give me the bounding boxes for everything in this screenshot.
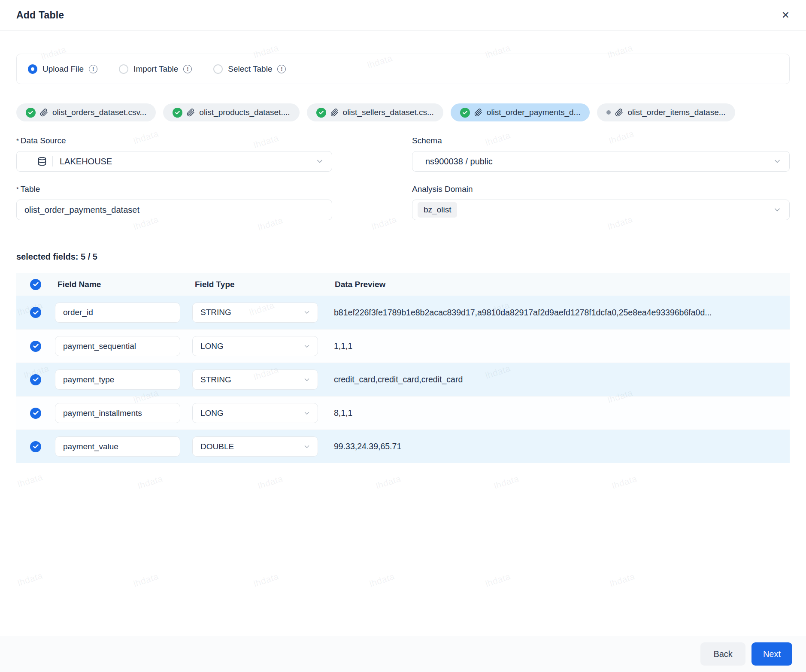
paperclip-icon bbox=[615, 109, 623, 117]
check-icon bbox=[33, 309, 39, 316]
check-icon bbox=[33, 443, 39, 450]
success-check-icon bbox=[173, 108, 182, 118]
field-type-select[interactable]: LONG bbox=[192, 403, 318, 423]
field-name-input[interactable] bbox=[55, 336, 180, 356]
back-button[interactable]: Back bbox=[700, 642, 745, 666]
data-source-field: * Data Source LAKEHOUSE bbox=[16, 136, 332, 172]
watermark: lhdata bbox=[375, 473, 403, 491]
close-icon[interactable]: ✕ bbox=[782, 10, 790, 20]
info-icon[interactable]: ! bbox=[183, 65, 192, 73]
file-chip-products[interactable]: olist_products_dataset.... bbox=[163, 103, 299, 121]
field-name-input[interactable] bbox=[55, 436, 180, 457]
row-checkbox[interactable] bbox=[30, 341, 41, 352]
chevron-down-icon bbox=[303, 342, 311, 350]
radio-select-table[interactable]: Select Table ! bbox=[213, 64, 286, 74]
watermark: lhdata bbox=[257, 473, 285, 491]
file-chip-label: olist_order_items_datase... bbox=[627, 108, 725, 117]
watermark: lhdata bbox=[484, 571, 512, 589]
dialog-title: Add Table bbox=[16, 9, 64, 21]
row-checkbox[interactable] bbox=[30, 374, 41, 385]
field-type-value: LONG bbox=[200, 409, 224, 418]
data-preview-text: 99.33,24.39,65.71 bbox=[332, 442, 790, 451]
selected-fields-summary: selected fields: 5 / 5 bbox=[16, 252, 790, 262]
watermark: lhdata bbox=[611, 473, 639, 491]
watermark: lhdata bbox=[16, 570, 44, 588]
check-icon bbox=[33, 376, 39, 383]
row-checkbox[interactable] bbox=[30, 307, 41, 318]
column-header-field-name: Field Name bbox=[55, 280, 192, 289]
required-asterisk: * bbox=[16, 185, 19, 193]
select-all-checkbox[interactable] bbox=[30, 279, 41, 290]
chevron-down-icon bbox=[315, 157, 324, 166]
file-chip-orders[interactable]: olist_orders_dataset.csv... bbox=[16, 103, 156, 121]
row-checkbox[interactable] bbox=[30, 408, 41, 419]
check-icon bbox=[33, 343, 39, 349]
chevron-down-icon bbox=[773, 206, 782, 214]
divider bbox=[52, 156, 53, 166]
field-name-input[interactable] bbox=[55, 403, 180, 423]
analysis-domain-tag: bz_olist bbox=[418, 202, 457, 218]
radio-button-icon bbox=[28, 64, 37, 74]
watermark: lhdata bbox=[132, 571, 160, 589]
data-preview-text: 1,1,1 bbox=[332, 341, 790, 351]
field-type-select[interactable]: DOUBLE bbox=[192, 436, 318, 457]
source-mode-group: Upload File ! Import Table ! Select Tabl… bbox=[16, 54, 790, 84]
radio-label: Select Table bbox=[228, 64, 272, 74]
radio-upload-file[interactable]: Upload File ! bbox=[28, 64, 97, 74]
file-chip-order-items[interactable]: olist_order_items_datase... bbox=[597, 103, 735, 121]
fields-table: Field Name Field Type Data Preview STRIN… bbox=[16, 273, 790, 463]
table-row: DOUBLE 99.33,24.39,65.71 bbox=[16, 430, 790, 463]
data-preview-text: credit_card,credit_card,credit_card bbox=[332, 375, 790, 384]
field-type-select[interactable]: LONG bbox=[192, 336, 318, 356]
field-type-select[interactable]: STRING bbox=[192, 303, 318, 323]
file-chip-order-payments[interactable]: olist_order_payments_d... bbox=[451, 103, 590, 121]
data-preview-text: b81ef226f3fe1789b1e8b2acac839d17,a9810da… bbox=[332, 308, 790, 318]
field-type-value: LONG bbox=[200, 342, 224, 351]
field-name-input[interactable] bbox=[55, 303, 180, 323]
chevron-down-icon bbox=[303, 409, 311, 417]
file-chip-list: olist_orders_dataset.csv... olist_produc… bbox=[16, 103, 790, 121]
analysis-domain-field: Analysis Domain bz_olist bbox=[412, 185, 790, 220]
paperclip-icon bbox=[330, 109, 339, 117]
data-preview-text: 8,1,1 bbox=[332, 408, 790, 418]
table-row: LONG 1,1,1 bbox=[16, 329, 790, 363]
paperclip-icon bbox=[40, 109, 48, 117]
success-check-icon bbox=[460, 108, 470, 118]
required-asterisk: * bbox=[16, 137, 19, 144]
schema-field: Schema ns900038 / public bbox=[412, 136, 790, 172]
file-chip-label: olist_orders_dataset.csv... bbox=[52, 108, 146, 117]
row-checkbox[interactable] bbox=[30, 441, 41, 452]
column-header-data-preview: Data Preview bbox=[332, 280, 790, 289]
watermark: lhdata bbox=[368, 571, 396, 589]
table-row: STRING b81ef226f3fe1789b1e8b2acac839d17,… bbox=[16, 296, 790, 329]
data-source-select[interactable]: LAKEHOUSE bbox=[16, 151, 332, 172]
watermark: lhdata bbox=[16, 472, 44, 489]
watermark: lhdata bbox=[252, 571, 280, 589]
file-chip-label: olist_products_dataset.... bbox=[199, 108, 290, 117]
radio-label: Upload File bbox=[42, 64, 84, 74]
check-icon bbox=[33, 410, 39, 416]
radio-button-icon bbox=[119, 64, 128, 74]
schema-value: ns900038 / public bbox=[412, 157, 493, 166]
radio-import-table[interactable]: Import Table ! bbox=[119, 64, 192, 74]
schema-select[interactable]: ns900038 / public bbox=[412, 151, 790, 172]
pending-dot-icon bbox=[606, 110, 611, 115]
table-config-form: * Data Source LAKEHOUSE Schema ns900038 … bbox=[16, 136, 790, 233]
info-icon[interactable]: ! bbox=[277, 65, 286, 73]
info-icon[interactable]: ! bbox=[89, 65, 97, 73]
success-check-icon bbox=[316, 108, 326, 118]
file-chip-sellers[interactable]: olist_sellers_dataset.cs... bbox=[307, 103, 443, 121]
dialog-footer: Back Next bbox=[0, 636, 806, 672]
check-icon bbox=[33, 281, 39, 288]
chevron-down-icon bbox=[303, 309, 311, 316]
column-header-field-type: Field Type bbox=[192, 280, 332, 289]
field-type-select[interactable]: STRING bbox=[192, 369, 318, 390]
table-name-input[interactable] bbox=[16, 200, 332, 220]
analysis-domain-select[interactable]: bz_olist bbox=[412, 200, 790, 220]
success-check-icon bbox=[26, 108, 36, 118]
next-button[interactable]: Next bbox=[751, 642, 792, 666]
watermark: lhdata bbox=[493, 473, 521, 491]
watermark: lhdata bbox=[609, 571, 636, 589]
field-name-input[interactable] bbox=[55, 369, 180, 390]
paperclip-icon bbox=[474, 109, 482, 117]
